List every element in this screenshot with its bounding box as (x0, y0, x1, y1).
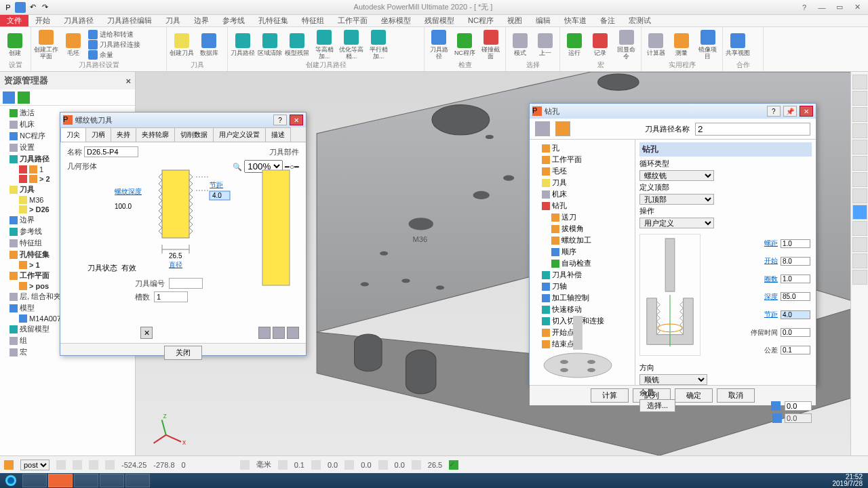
view-icon[interactable] (852, 221, 867, 236)
optimize-button[interactable]: 优化等高精... (339, 30, 363, 60)
menu-tab[interactable]: 坐标模型 (374, 14, 418, 27)
taskbar-app[interactable] (48, 474, 73, 487)
taskbar-app[interactable] (74, 474, 98, 487)
dialog-tab[interactable]: 描述 (265, 127, 291, 142)
shade-mode-icon[interactable] (852, 205, 867, 220)
pitch-link[interactable]: 螺距 (751, 239, 778, 248)
pathname-input[interactable] (695, 123, 810, 136)
calculator-button[interactable]: 计算器 (644, 33, 667, 56)
tol-input[interactable] (781, 346, 810, 354)
menu-tab[interactable]: 孔特征集 (252, 14, 295, 27)
create-tool-button[interactable]: 创建刀具 (170, 33, 194, 56)
status-icon[interactable] (89, 460, 98, 470)
menu-tab[interactable]: 刀具路径 (57, 14, 100, 27)
allow-icon[interactable] (772, 413, 782, 423)
allowance-button[interactable]: 余量 (88, 50, 140, 60)
menu-tab[interactable]: 特征组 (295, 14, 331, 27)
view-icon[interactable] (852, 75, 867, 89)
close-icon[interactable]: ✕ (849, 2, 865, 13)
slots-input[interactable] (154, 291, 188, 302)
start-link[interactable]: 开始 (751, 256, 778, 266)
mode-button[interactable]: 模式 (509, 33, 532, 56)
tool-icon[interactable] (3, 92, 15, 104)
dialog-tab[interactable]: 刀尖 (60, 127, 86, 142)
status-icon[interactable] (73, 460, 82, 470)
menu-tab[interactable]: 快车道 (557, 14, 593, 27)
strategy-icon[interactable] (555, 121, 570, 136)
dir-select[interactable]: 顺铣 (639, 374, 707, 385)
tool-action-icon[interactable] (258, 327, 271, 339)
view-icon[interactable] (852, 253, 867, 268)
status-icon[interactable] (56, 460, 66, 470)
bulb-icon[interactable] (19, 165, 27, 174)
system-clock[interactable]: 21:522019/7/28 (827, 474, 869, 487)
tool-name-input[interactable] (84, 146, 138, 157)
taskbar-app[interactable] (22, 474, 47, 487)
workplane-button[interactable]: 创建工作平面 (34, 30, 58, 60)
strategy-icon[interactable] (535, 121, 550, 136)
dialog-tab[interactable]: 夹持轮廓 (136, 127, 175, 142)
menu-tab[interactable]: 边界 (187, 14, 216, 27)
view-icon[interactable] (852, 172, 867, 187)
workplane-icon[interactable] (4, 460, 14, 470)
close-button[interactable]: 关闭 (164, 346, 202, 360)
contour-button[interactable]: 等高精加... (312, 30, 336, 60)
prev-button[interactable]: 上一 (534, 33, 557, 56)
toolpath-button[interactable]: 刀具路径 (231, 33, 255, 56)
create-button[interactable]: 创建 (3, 33, 27, 56)
dialog-help-icon[interactable]: ? (767, 106, 781, 117)
unit-icon[interactable] (240, 460, 250, 470)
allow-icon[interactable] (771, 401, 781, 411)
dialog-close-icon[interactable]: ✕ (800, 106, 813, 117)
minimize-icon[interactable]: — (814, 2, 830, 13)
turns-link[interactable]: 圈数 (751, 274, 778, 284)
share-view-button[interactable]: 共享视图 (726, 33, 750, 56)
qat-save-icon[interactable] (15, 2, 26, 13)
pitch-input[interactable] (781, 239, 810, 248)
status-icon[interactable] (311, 460, 321, 470)
dialog-tab[interactable]: 切削数据 (174, 127, 214, 142)
status-icon[interactable] (278, 460, 288, 470)
tool-action-icon[interactable] (273, 327, 285, 339)
dialog-tab[interactable]: 夹持 (111, 127, 136, 142)
measure-button[interactable]: 测量 (670, 33, 693, 56)
status-icon[interactable] (105, 460, 115, 470)
record-button[interactable]: 记录 (589, 33, 612, 56)
mirror-button[interactable]: 镜像项目 (696, 30, 719, 60)
check-nc-button[interactable]: NC程序 (453, 33, 476, 56)
tool-num-input[interactable] (169, 278, 203, 289)
menu-tab[interactable]: 刀具路径编辑 (100, 14, 159, 27)
database-button[interactable]: 数据库 (197, 33, 221, 56)
menu-tab[interactable]: 宏测试 (622, 14, 658, 27)
start-button[interactable] (0, 473, 22, 488)
menu-tab[interactable]: 参考线 (216, 14, 252, 27)
cycle-select[interactable]: 螺纹铣 (639, 170, 714, 181)
status-icon[interactable] (344, 460, 354, 470)
allow1-input[interactable] (785, 401, 812, 411)
dialog-close-icon[interactable]: ✕ (290, 115, 303, 125)
dialog-pin-icon[interactable]: 📌 (783, 106, 797, 117)
echo-button[interactable]: 回显命令 (615, 30, 638, 60)
menu-tab[interactable]: 工作平面 (331, 14, 374, 27)
feed-speed-button[interactable]: 进给和转速 (88, 30, 140, 39)
view-icon[interactable] (852, 91, 867, 106)
residual-button[interactable]: 模型残留 (285, 33, 309, 56)
help-icon[interactable]: ? (796, 2, 812, 13)
lead-input[interactable] (781, 310, 810, 319)
menu-tab[interactable]: 开始 (28, 14, 57, 27)
tool-action-icon[interactable] (287, 327, 299, 339)
top-select[interactable]: 孔顶部 (639, 194, 714, 205)
select-button[interactable]: 选择... (639, 399, 675, 412)
view-icon[interactable] (852, 270, 867, 285)
calculate-button[interactable]: 计算 (591, 388, 629, 403)
taskbar-app[interactable] (100, 474, 124, 487)
view-icon[interactable] (852, 140, 867, 155)
view-icon[interactable] (852, 237, 867, 252)
file-tab[interactable]: 文件 (0, 15, 28, 26)
dialog-tab[interactable]: 用户定义设置 (213, 127, 266, 142)
qat-redo-icon[interactable]: ↷ (39, 2, 50, 13)
view-icon[interactable] (852, 123, 867, 138)
explorer-close-icon[interactable]: × (125, 76, 131, 86)
lead-link[interactable]: 节距 (751, 310, 778, 319)
bulb-icon[interactable] (19, 175, 27, 183)
